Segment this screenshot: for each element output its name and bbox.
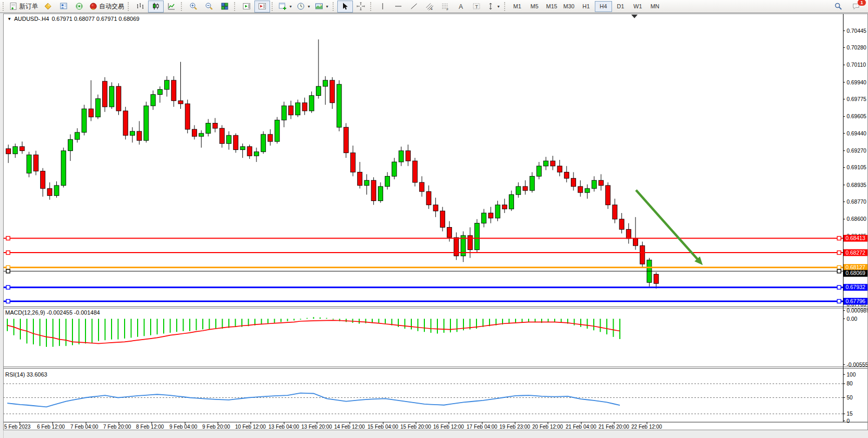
line-price-label: 0.67932 — [843, 284, 868, 291]
line-handle[interactable] — [6, 266, 10, 269]
chevron-down-icon: ▼ — [497, 5, 500, 8]
candlestick-chart-icon — [152, 2, 160, 10]
line-chart-button[interactable] — [164, 1, 179, 12]
line-price-label: 0.68413 — [843, 235, 868, 242]
toolbar-separator — [370, 2, 373, 11]
svg-text:19 Feb 23:00: 19 Feb 23:00 — [499, 424, 530, 430]
cursor-icon — [341, 2, 349, 10]
svg-text:0.70110: 0.70110 — [847, 61, 866, 68]
svg-text:15 Feb 04:00: 15 Feb 04:00 — [368, 424, 398, 430]
svg-text:8 Feb 12:00: 8 Feb 12:00 — [136, 424, 164, 430]
periods-dropdown[interactable]: ▼ — [295, 1, 313, 12]
svg-text:0.70445: 0.70445 — [847, 28, 866, 34]
chart-shift-button[interactable] — [254, 1, 270, 12]
line-handle[interactable] — [6, 236, 10, 240]
svg-text:0.68069: 0.68069 — [846, 270, 865, 276]
timeframe-button-M5[interactable]: M5 — [526, 1, 543, 12]
scroll-to-end-button[interactable] — [239, 1, 254, 12]
autotrade-label: 自动交易 — [99, 2, 124, 11]
fibonacci-icon: F — [441, 2, 449, 10]
svg-text:0.68127: 0.68127 — [846, 264, 865, 270]
data-window-button[interactable] — [56, 1, 71, 12]
symbol-period-label: AUDUSD-.H4 — [14, 16, 49, 22]
line-handle[interactable] — [837, 299, 841, 303]
svg-text:0.68600: 0.68600 — [847, 216, 866, 222]
line-handle[interactable] — [837, 251, 841, 255]
line-handle[interactable] — [6, 299, 10, 303]
search-button[interactable] — [830, 1, 846, 12]
template-icon — [315, 2, 323, 10]
svg-text:0.68770: 0.68770 — [847, 198, 866, 205]
svg-text:15 Feb 20:00: 15 Feb 20:00 — [400, 424, 431, 430]
svg-text:0.68272: 0.68272 — [846, 249, 865, 256]
new-chart-dropdown[interactable]: ▼ — [276, 1, 295, 12]
equidistant-channel-button[interactable]: E — [422, 1, 437, 12]
text-label-button[interactable]: T — [469, 1, 484, 12]
vertical-line-button[interactable] — [375, 1, 390, 12]
line-handle[interactable] — [837, 285, 841, 289]
timeframe-button-MN[interactable]: MN — [646, 1, 664, 12]
svg-text:-0.005554: -0.005554 — [847, 361, 868, 368]
chart-canvas[interactable]: 0.704450.702800.701100.699400.697750.696… — [3, 14, 868, 430]
svg-text:80: 80 — [847, 380, 853, 386]
tile-windows-button[interactable] — [217, 1, 233, 12]
timeframe-group: M1M5M15M30H1H4D1W1MN — [509, 1, 664, 12]
timeframe-button-D1[interactable]: D1 — [612, 1, 629, 12]
line-price-label: 0.67796 — [843, 298, 868, 305]
chevron-down-icon: ▼ — [307, 5, 311, 8]
line-handle[interactable] — [6, 285, 10, 289]
broadcast-button[interactable] — [71, 1, 87, 12]
autotrade-button[interactable]: 自动交易 — [87, 1, 126, 12]
text-label-icon: T — [472, 2, 481, 10]
horizontal-line-button[interactable] — [390, 1, 406, 12]
timeframe-button-W1[interactable]: W1 — [629, 1, 646, 12]
bar-chart-button[interactable] — [132, 1, 148, 12]
text-button[interactable]: A — [453, 1, 469, 12]
line-handle[interactable] — [837, 269, 841, 273]
zoom-in-button[interactable] — [186, 1, 201, 12]
new-order-icon — [9, 2, 18, 10]
svg-text:0.69775: 0.69775 — [847, 96, 866, 102]
timeframe-button-M30[interactable]: M30 — [560, 1, 578, 12]
data-window-icon — [59, 2, 68, 10]
chat-button[interactable]: 1 — [848, 1, 864, 12]
line-handle[interactable] — [6, 251, 10, 255]
arrows-dropdown[interactable]: ▼ — [484, 1, 503, 12]
trendline-icon — [410, 2, 418, 10]
svg-text:T: T — [475, 4, 478, 9]
trendline-button[interactable] — [406, 1, 422, 12]
line-handle[interactable] — [837, 266, 841, 269]
toolbar-separator — [181, 2, 184, 11]
candlestick-chart-button[interactable] — [148, 1, 164, 12]
timeframe-button-H1[interactable]: H1 — [578, 1, 595, 12]
timeframe-button-M15[interactable]: M15 — [543, 1, 560, 12]
current-price-label: 0.68069 — [843, 270, 868, 277]
line-handle[interactable] — [6, 269, 10, 273]
fibonacci-button[interactable]: F — [437, 1, 453, 12]
svg-text:0.67932: 0.67932 — [846, 284, 865, 290]
chat-badge: 1 — [857, 0, 866, 6]
chart-window[interactable]: 0.704450.702800.701100.699400.697750.696… — [3, 14, 868, 430]
svg-text:14 Feb 12:00: 14 Feb 12:00 — [334, 424, 365, 430]
zoom-in-icon — [189, 2, 198, 10]
svg-text:5 Feb 2023: 5 Feb 2023 — [4, 424, 31, 430]
svg-text:7 Feb 20:00: 7 Feb 20:00 — [103, 424, 131, 430]
timeframe-button-M1[interactable]: M1 — [509, 1, 526, 12]
zoom-out-button[interactable] — [201, 1, 217, 12]
new-chart-icon — [278, 2, 287, 10]
crosshair-button[interactable] — [353, 1, 369, 12]
template-dropdown[interactable]: ▼ — [313, 1, 331, 12]
profile-button[interactable] — [40, 1, 56, 12]
zoom-out-icon — [205, 2, 213, 10]
timeframe-button-H4[interactable]: H4 — [595, 1, 612, 12]
svg-text:0.000989: 0.000989 — [847, 307, 868, 314]
tile-windows-icon — [221, 2, 229, 10]
svg-text:22 Feb 12:00: 22 Feb 12:00 — [631, 424, 662, 430]
line-handle[interactable] — [837, 236, 841, 240]
cursor-button[interactable] — [337, 1, 353, 12]
new-order-button[interactable]: 新订单 — [7, 1, 40, 12]
svg-text:20 Feb 12:00: 20 Feb 12:00 — [532, 424, 563, 430]
svg-text:0.69440: 0.69440 — [847, 130, 866, 136]
line-chart-icon — [167, 2, 176, 10]
text-icon: A — [457, 2, 465, 10]
